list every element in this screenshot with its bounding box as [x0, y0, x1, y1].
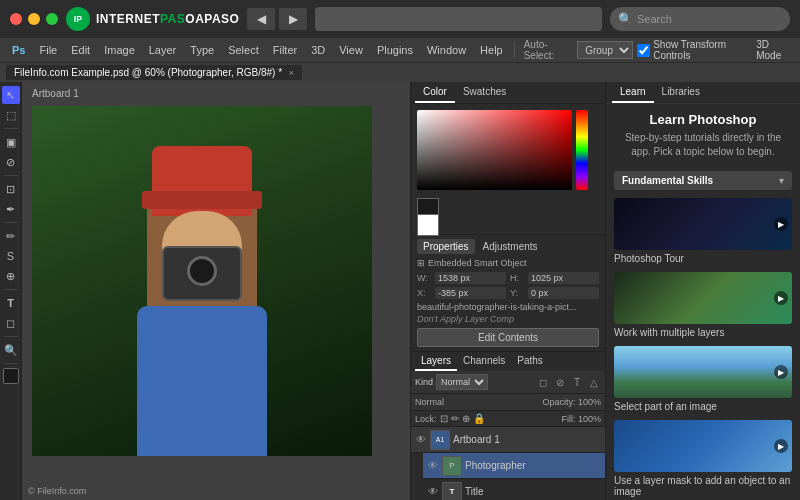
- tool-fg-color[interactable]: [3, 368, 19, 384]
- layer-name-label: Title: [465, 486, 601, 497]
- menu-help[interactable]: Help: [474, 42, 509, 58]
- hat-brim: [142, 191, 262, 209]
- filter-text-icon[interactable]: T: [570, 375, 584, 389]
- menu-edit[interactable]: Edit: [65, 42, 96, 58]
- color-hue-strip[interactable]: [576, 110, 588, 190]
- layer-row[interactable]: 👁 P Photographer: [423, 453, 605, 479]
- photo-content: [32, 106, 372, 456]
- document-tab[interactable]: FileInfo.com Example.psd @ 60% (Photogra…: [6, 65, 302, 80]
- skills-dropdown[interactable]: Fundamental Skills ▾: [614, 171, 792, 190]
- menu-ps[interactable]: Ps: [6, 42, 31, 58]
- properties-tab[interactable]: Properties: [417, 239, 475, 254]
- tools-panel: ↖ ⬚ ▣ ⊘ ⊡ ✒ ✏ S ⊕ T ◻ 🔍: [0, 82, 22, 500]
- layers-panel-tabs: Layers Channels Paths: [411, 352, 605, 371]
- logo: IP INTERNETPASOAPASO: [66, 7, 239, 31]
- layer-visibility-icon[interactable]: 👁: [415, 434, 427, 445]
- menu-3d[interactable]: 3D: [305, 42, 331, 58]
- fill-value-label: Fill: 100%: [561, 414, 601, 424]
- ps-menubar: Ps File Edit Image Layer Type Select Fil…: [0, 38, 800, 62]
- libraries-tab[interactable]: Libraries: [654, 82, 708, 103]
- tool-shape[interactable]: ◻: [2, 314, 20, 332]
- swatches-tab[interactable]: Swatches: [455, 82, 514, 103]
- camera: [162, 246, 242, 301]
- tool-separator-6: [4, 363, 18, 364]
- list-item[interactable]: ▶ Photoshop Tour: [614, 198, 792, 264]
- layer-row[interactable]: 👁 A1 Artboard 1: [411, 427, 605, 453]
- menu-file[interactable]: File: [33, 42, 63, 58]
- search-bar[interactable]: 🔍 Search: [610, 7, 790, 31]
- menu-filter[interactable]: Filter: [267, 42, 303, 58]
- canvas-area[interactable]: Artboard 1: [22, 82, 410, 500]
- color-tab[interactable]: Color: [415, 82, 455, 103]
- document-tab-bar: FileInfo.com Example.psd @ 60% (Photogra…: [0, 62, 800, 82]
- filter-pixel-icon[interactable]: ◻: [536, 375, 550, 389]
- menu-window[interactable]: Window: [421, 42, 472, 58]
- tool-select-rect[interactable]: ▣: [2, 133, 20, 151]
- tool-stamp[interactable]: S: [2, 247, 20, 265]
- learn-item-title: Photoshop Tour: [614, 253, 792, 264]
- tool-separator-2: [4, 175, 18, 176]
- tool-zoom[interactable]: 🔍: [2, 341, 20, 359]
- paths-tab[interactable]: Paths: [511, 352, 549, 371]
- lock-image-icon[interactable]: ✏: [451, 413, 459, 424]
- filter-shape-icon[interactable]: △: [587, 375, 601, 389]
- lock-all-icon[interactable]: 🔒: [473, 413, 485, 424]
- play-icon: ▶: [774, 365, 788, 379]
- color-gradient-picker[interactable]: [417, 110, 572, 190]
- menu-layer[interactable]: Layer: [143, 42, 183, 58]
- tab-close-button[interactable]: ×: [289, 68, 294, 78]
- transform-controls-checkbox[interactable]: [637, 44, 650, 57]
- menu-controls: Auto-Select: Group Show Transform Contro…: [524, 39, 755, 61]
- search-placeholder: Search: [637, 13, 672, 25]
- menu-select[interactable]: Select: [222, 42, 265, 58]
- lock-position-icon[interactable]: ⊕: [462, 413, 470, 424]
- color-panel-tabs: Color Swatches: [411, 82, 605, 104]
- watermark: © FileInfo.com: [28, 486, 86, 496]
- h-label: H:: [510, 273, 524, 283]
- learn-tab[interactable]: Learn: [612, 82, 654, 103]
- back-button[interactable]: ◀: [247, 8, 275, 30]
- filter-adjust-icon[interactable]: ⊘: [553, 375, 567, 389]
- tool-heal[interactable]: ⊕: [2, 267, 20, 285]
- learn-item-title: Use a layer mask to add an object to an …: [614, 475, 792, 497]
- background-color-swatch[interactable]: [417, 214, 439, 236]
- close-button[interactable]: [10, 13, 22, 25]
- layer-row[interactable]: 👁 T Title: [423, 479, 605, 500]
- layer-visibility-icon[interactable]: 👁: [427, 486, 439, 497]
- adjustments-tab[interactable]: Adjustments: [477, 239, 544, 254]
- blend-mode-dropdown[interactable]: Normal: [436, 374, 488, 390]
- list-item[interactable]: ▶ Use a layer mask to add an object to a…: [614, 420, 792, 497]
- menu-image[interactable]: Image: [98, 42, 141, 58]
- tool-text[interactable]: T: [2, 294, 20, 312]
- list-item[interactable]: ▶ Select part of an image: [614, 346, 792, 412]
- main-area: ↖ ⬚ ▣ ⊘ ⊡ ✒ ✏ S ⊕ T ◻ 🔍 Artboard 1: [0, 82, 800, 500]
- tool-move[interactable]: ↖: [2, 86, 20, 104]
- lock-transparent-icon[interactable]: ⊡: [440, 413, 448, 424]
- lock-icons: ⊡ ✏ ⊕ 🔒: [440, 413, 485, 424]
- filename-label: beautiful-photographer-is-taking-a-pict.…: [417, 302, 599, 312]
- learn-thumbnail: ▶: [614, 198, 792, 250]
- url-bar[interactable]: [315, 7, 602, 31]
- body: [137, 306, 267, 456]
- minimize-button[interactable]: [28, 13, 40, 25]
- edit-contents-button[interactable]: Edit Contents: [417, 328, 599, 347]
- color-panel-content: [411, 104, 605, 234]
- maximize-button[interactable]: [46, 13, 58, 25]
- camera-lens: [187, 256, 217, 286]
- tool-lasso[interactable]: ⊘: [2, 153, 20, 171]
- menu-view[interactable]: View: [333, 42, 369, 58]
- layers-tab[interactable]: Layers: [415, 352, 457, 371]
- tool-eyedropper[interactable]: ✒: [2, 200, 20, 218]
- layer-visibility-icon[interactable]: 👁: [427, 460, 439, 471]
- learn-panel-tabs: Learn Libraries: [606, 82, 800, 104]
- menu-plugins[interactable]: Plugins: [371, 42, 419, 58]
- forward-button[interactable]: ▶: [279, 8, 307, 30]
- tool-artboard[interactable]: ⬚: [2, 106, 20, 124]
- tool-crop[interactable]: ⊡: [2, 180, 20, 198]
- tool-brush[interactable]: ✏: [2, 227, 20, 245]
- list-item[interactable]: ▶ Work with multiple layers: [614, 272, 792, 338]
- menu-type[interactable]: Type: [184, 42, 220, 58]
- transform-controls-label: Show Transform Controls: [637, 39, 754, 61]
- auto-select-dropdown[interactable]: Group: [577, 41, 633, 59]
- channels-tab[interactable]: Channels: [457, 352, 511, 371]
